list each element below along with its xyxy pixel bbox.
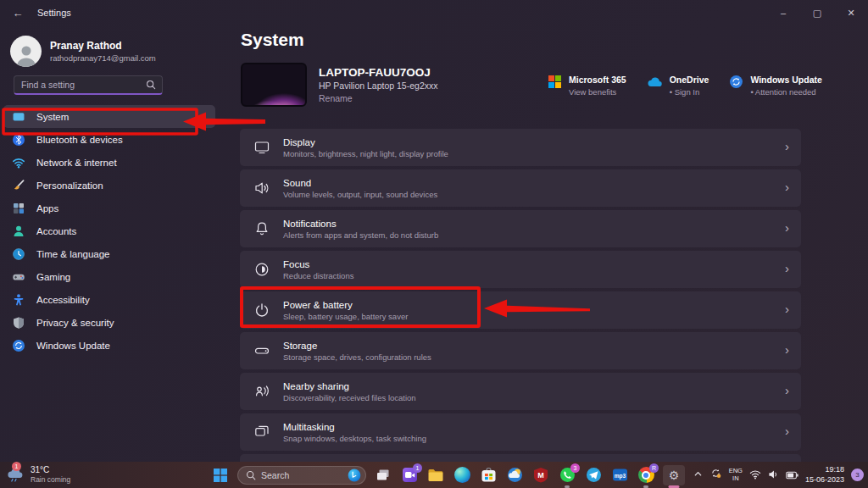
- find-setting-search[interactable]: [14, 75, 163, 95]
- sidebar-item-time-language[interactable]: Time & language: [3, 242, 215, 265]
- card-multitasking[interactable]: Multitasking Snap windows, desktops, tas…: [240, 413, 801, 451]
- display-icon: [253, 139, 270, 156]
- window-controls: – ▢ ✕: [766, 0, 868, 25]
- profile-name: Pranay Rathod: [50, 40, 156, 52]
- card-notifications[interactable]: Notifications Alerts from apps and syste…: [240, 210, 801, 247]
- file-explorer-button[interactable]: [426, 466, 445, 485]
- tray-time: 19:18: [805, 465, 844, 474]
- sidebar-item-label: Accounts: [36, 226, 76, 236]
- edge-browser-button[interactable]: [453, 466, 471, 485]
- account-icon: [12, 225, 25, 238]
- sidebar-item-apps[interactable]: Apps: [3, 197, 215, 219]
- chat-app-button[interactable]: 1: [400, 466, 419, 485]
- card-sound[interactable]: Sound Volume levels, output, input, soun…: [240, 169, 801, 207]
- maximize-button[interactable]: ▢: [800, 0, 834, 25]
- card-title: Nearby sharing: [283, 381, 416, 391]
- media-converter-button[interactable]: mp3: [610, 466, 629, 485]
- weather-app-icon: [507, 467, 523, 483]
- gamepad-icon: [12, 270, 25, 284]
- update-icon: [12, 339, 25, 352]
- quick-link-microsoft-365[interactable]: Microsoft 365 View benefits: [548, 75, 626, 97]
- card-focus[interactable]: Focus Reduce distractions ›: [240, 251, 801, 288]
- taskbar-search[interactable]: Search: [237, 466, 366, 485]
- tray-date: 15-06-2023: [805, 475, 844, 485]
- sidebar-item-system[interactable]: System: [3, 105, 215, 128]
- sidebar-item-bluetooth-devices[interactable]: Bluetooth & devices: [3, 128, 215, 151]
- wifi-tray-icon[interactable]: [749, 468, 761, 483]
- language-indicator[interactable]: ENGIN: [729, 468, 743, 482]
- chevron-right-icon: ›: [785, 424, 789, 438]
- telegram-button[interactable]: [584, 466, 603, 485]
- sidebar-item-label: Bluetooth & devices: [36, 135, 123, 145]
- quick-link-windows-update[interactable]: Windows Update • Attention needed: [729, 75, 822, 97]
- chevron-right-icon: ›: [785, 342, 789, 357]
- quick-link-subtitle: • Sign In: [670, 87, 709, 97]
- chrome-profile-badge: R: [649, 463, 659, 473]
- chat-badge: 1: [413, 463, 422, 473]
- avatar: [10, 36, 42, 67]
- sound-icon: [253, 180, 270, 197]
- system-tray: ENGIN 19:18 15-06-2023 3: [693, 462, 864, 488]
- clock[interactable]: 19:18 15-06-2023: [805, 465, 844, 485]
- taskbar-center: Search 1 M: [211, 462, 685, 488]
- sidebar-item-windows-update[interactable]: Windows Update: [3, 334, 215, 357]
- sidebar-item-accounts[interactable]: Accounts: [3, 219, 215, 242]
- chevron-right-icon: ›: [785, 302, 789, 316]
- taskbar-search-placeholder: Search: [261, 470, 342, 480]
- sidebar-item-label: Personalization: [36, 180, 103, 191]
- chrome-button[interactable]: R: [637, 466, 655, 485]
- profile[interactable]: Pranay Rathod rathodpranay714@gmail.com: [10, 36, 205, 67]
- window-title: Settings: [37, 8, 71, 18]
- tray-overflow-chevron-icon[interactable]: [693, 469, 703, 480]
- start-button[interactable]: [211, 466, 230, 485]
- battery-tray-icon[interactable]: [786, 468, 798, 483]
- card-subtitle: Monitors, brightness, night light, displ…: [283, 149, 448, 158]
- sidebar-item-accessibility[interactable]: Accessibility: [3, 288, 215, 311]
- folder-icon: [427, 468, 444, 483]
- whatsapp-button[interactable]: 3: [558, 466, 576, 485]
- quick-link-onedrive[interactable]: OneDrive • Sign In: [647, 75, 709, 97]
- device-header: LAPTOP-FAUU7OOJ HP Pavilion Laptop 15-eg…: [241, 63, 437, 107]
- rename-link[interactable]: Rename: [319, 93, 437, 103]
- card-nearby-sharing[interactable]: Nearby sharing Discoverability, received…: [240, 373, 801, 410]
- sidebar-item-personalization[interactable]: Personalization: [3, 174, 215, 197]
- settings-app-button[interactable]: ⚙: [663, 465, 685, 485]
- settings-card-list: Display Monitors, brightness, night ligh…: [240, 129, 801, 463]
- close-button[interactable]: ✕: [834, 0, 868, 25]
- running-indicator: [565, 485, 570, 488]
- card-display[interactable]: Display Monitors, brightness, night ligh…: [240, 129, 801, 166]
- card-subtitle: Discoverability, received files location: [283, 393, 416, 402]
- mp3-app-icon: mp3: [612, 467, 628, 483]
- storage-icon: [253, 342, 270, 359]
- task-view-button[interactable]: [374, 466, 392, 485]
- mcafee-button[interactable]: M: [531, 466, 550, 485]
- card-power-battery[interactable]: Power & battery Sleep, battery usage, ba…: [240, 291, 801, 329]
- apps-icon: [12, 202, 25, 215]
- svg-text:M: M: [537, 471, 544, 480]
- multitasking-icon: [253, 424, 270, 441]
- device-thumbnail: [241, 63, 307, 107]
- card-storage[interactable]: Storage Storage space, drives, configura…: [240, 332, 801, 369]
- edge-icon: [454, 467, 470, 483]
- sidebar: Pranay Rathod rathodpranay714@gmail.com …: [0, 25, 219, 462]
- microsoft-store-button[interactable]: [479, 466, 498, 485]
- weather-condition: Rain coming: [31, 475, 70, 484]
- sidebar-item-privacy-security[interactable]: Privacy & security: [3, 311, 215, 334]
- sidebar-item-gaming[interactable]: Gaming: [3, 265, 215, 288]
- card-title: Power & battery: [283, 300, 408, 310]
- card-title: Storage: [283, 341, 431, 351]
- update-tray-icon[interactable]: [709, 467, 722, 483]
- person-icon: [14, 42, 39, 67]
- onedrive-cloud-icon: [647, 75, 663, 89]
- volume-tray-icon[interactable]: [768, 468, 779, 483]
- back-icon[interactable]: ←: [5, 7, 31, 19]
- quick-link-subtitle: View benefits: [569, 87, 626, 97]
- sidebar-item-label: Windows Update: [36, 341, 110, 351]
- minimize-button[interactable]: –: [766, 0, 800, 25]
- sidebar-item-label: Accessibility: [36, 295, 90, 305]
- weather-app-button[interactable]: [505, 466, 524, 485]
- taskbar-weather-widget[interactable]: 1 31°C Rain coming: [5, 464, 70, 485]
- sidebar-item-network-internet[interactable]: Network & internet: [3, 151, 215, 174]
- search-input[interactable]: [14, 80, 146, 90]
- notification-count-badge[interactable]: 3: [851, 469, 864, 481]
